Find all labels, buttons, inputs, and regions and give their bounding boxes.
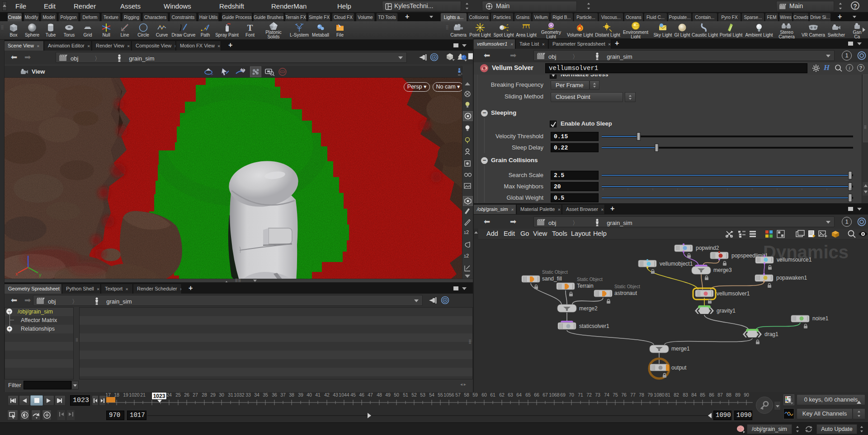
svg-text:21: 21 [140, 392, 146, 398]
svg-text:76: 76 [621, 392, 627, 398]
svg-text:30: 30 [219, 392, 224, 398]
svg-text:33: 33 [245, 392, 251, 398]
svg-text:60: 60 [481, 392, 487, 398]
svg-text:69: 69 [560, 392, 566, 398]
svg-text:71: 71 [578, 392, 583, 398]
svg-text:24: 24 [166, 392, 172, 398]
svg-text:25: 25 [175, 392, 181, 398]
svg-text:vellumsolver1: vellumsolver1 [717, 290, 750, 297]
svg-text:89: 89 [735, 392, 741, 398]
svg-text:57: 57 [455, 392, 461, 398]
svg-text:popawaken1: popawaken1 [776, 275, 807, 281]
svg-text:66: 66 [534, 392, 539, 398]
svg-text:T: T [247, 23, 253, 33]
svg-text:staticsolver1: staticsolver1 [579, 323, 609, 329]
svg-text:28: 28 [202, 392, 207, 398]
svg-text:1032: 1032 [234, 392, 245, 398]
svg-text:61: 61 [490, 392, 495, 398]
svg-text:75: 75 [613, 392, 618, 398]
svg-text:49: 49 [385, 392, 391, 398]
svg-text:65: 65 [525, 392, 531, 398]
svg-text:35: 35 [263, 392, 268, 398]
svg-text:87: 87 [717, 392, 723, 398]
svg-text:53: 53 [420, 392, 425, 398]
svg-text:drag1: drag1 [764, 331, 778, 337]
svg-text:73: 73 [595, 392, 600, 398]
svg-text:86: 86 [709, 392, 714, 398]
svg-text:74: 74 [604, 392, 609, 398]
svg-text:64: 64 [516, 392, 522, 398]
svg-text:82: 82 [674, 392, 679, 398]
svg-text:81: 81 [665, 392, 670, 398]
svg-text:45: 45 [350, 392, 356, 398]
svg-text:77: 77 [630, 392, 636, 398]
svg-text:37: 37 [280, 392, 286, 398]
svg-text:40: 40 [307, 392, 312, 398]
svg-text:29: 29 [210, 392, 216, 398]
svg-text:x: x [15, 271, 18, 276]
svg-text:merge1: merge1 [671, 346, 690, 352]
svg-text:72: 72 [586, 392, 592, 398]
svg-text:41: 41 [315, 392, 321, 398]
svg-text:84: 84 [691, 392, 697, 398]
svg-text:vellumobject1: vellumobject1 [660, 261, 693, 267]
svg-text:1080: 1080 [654, 392, 665, 398]
svg-text:vellumsource1: vellumsource1 [777, 257, 812, 263]
svg-text:85: 85 [700, 392, 705, 398]
svg-text:36: 36 [272, 392, 277, 398]
svg-text:noise1: noise1 [812, 315, 829, 322]
svg-text:47: 47 [368, 392, 373, 398]
svg-text:popwind2: popwind2 [696, 245, 719, 251]
svg-text:54: 54 [429, 392, 434, 398]
svg-text:gravity1: gravity1 [717, 308, 736, 314]
svg-text:51: 51 [403, 392, 408, 398]
svg-text:19: 19 [123, 392, 128, 398]
svg-text:67: 67 [542, 392, 548, 398]
svg-text:merge2: merge2 [579, 305, 598, 312]
svg-text:Terrain: Terrain [577, 283, 594, 289]
svg-text:Static Object: Static Object [614, 284, 640, 289]
svg-text:Static Object: Static Object [542, 270, 568, 275]
svg-text:48: 48 [377, 392, 382, 398]
svg-text:42: 42 [324, 392, 330, 398]
svg-text:88: 88 [726, 392, 731, 398]
svg-text:90: 90 [744, 392, 749, 398]
svg-text:1044: 1044 [339, 392, 349, 398]
svg-text:59: 59 [472, 392, 478, 398]
svg-text:Static Object: Static Object [577, 277, 603, 282]
svg-text:39: 39 [298, 392, 303, 398]
svg-text:output: output [671, 365, 687, 371]
svg-text:58: 58 [464, 392, 469, 398]
svg-text:52: 52 [411, 392, 417, 398]
svg-text:merge3: merge3 [713, 267, 732, 273]
svg-text:31: 31 [228, 392, 233, 398]
svg-text:1056: 1056 [443, 392, 454, 398]
svg-text:62: 62 [499, 392, 505, 398]
svg-text:sand_fill: sand_fill [542, 276, 562, 282]
svg-text:1068: 1068 [549, 392, 560, 398]
svg-text:50: 50 [394, 392, 399, 398]
svg-text:79: 79 [647, 392, 653, 398]
svg-text:y: y [39, 272, 42, 277]
svg-text:38: 38 [289, 392, 294, 398]
svg-text:astronaut: astronaut [614, 290, 637, 296]
svg-text:63: 63 [508, 392, 513, 398]
svg-text:55: 55 [438, 392, 443, 398]
svg-text:26: 26 [184, 392, 189, 398]
svg-text:1020: 1020 [129, 392, 140, 398]
svg-text:27: 27 [193, 392, 198, 398]
svg-text:43: 43 [333, 392, 338, 398]
svg-text:70: 70 [569, 392, 574, 398]
svg-text:46: 46 [359, 392, 364, 398]
svg-text:78: 78 [639, 392, 644, 398]
svg-text:34: 34 [254, 392, 259, 398]
svg-text:83: 83 [683, 392, 688, 398]
